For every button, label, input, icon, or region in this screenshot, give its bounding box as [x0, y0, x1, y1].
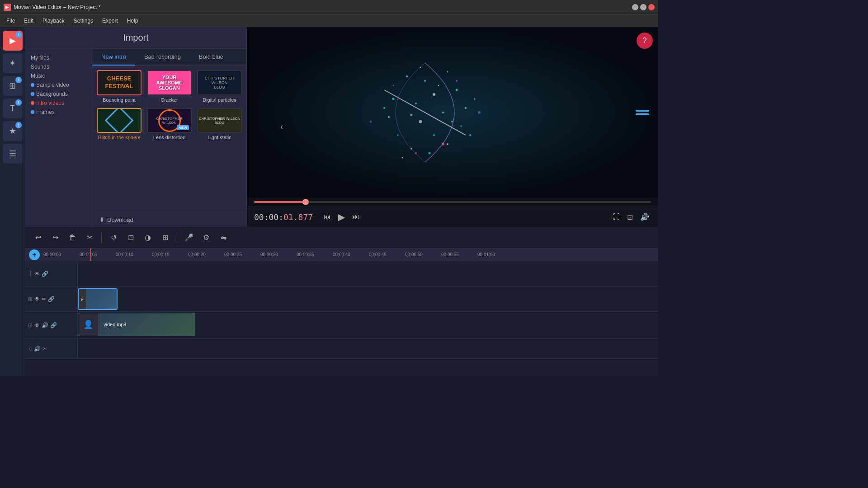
undo-button[interactable]: ↩: [31, 230, 45, 245]
add-track-button[interactable]: +: [29, 249, 40, 260]
top-area: Import My files Sounds Music Sample vide…: [25, 27, 658, 227]
maximize-button[interactable]: [640, 4, 646, 10]
link-icon-main[interactable]: 🔗: [50, 322, 57, 328]
sidebar-item-titles[interactable]: T !: [3, 99, 23, 118]
skip-start-button[interactable]: ⏮: [322, 211, 333, 223]
lightstatic-text: CHRISTOPHER WILSONBLOG: [199, 117, 241, 125]
tree-item-music[interactable]: Music: [29, 71, 88, 80]
tab-bad-recording[interactable]: Bad recording: [135, 49, 190, 66]
svg-point-30: [370, 120, 372, 122]
eye-icon-overlay[interactable]: 👁: [34, 296, 40, 302]
download-button[interactable]: ⬇ Download: [92, 212, 246, 227]
menu-settings[interactable]: Settings: [69, 16, 98, 26]
eye-icon-title[interactable]: 👁: [34, 271, 40, 277]
intro-clip[interactable]: ▶: [78, 288, 118, 310]
volume-button[interactable]: 🔊: [638, 211, 651, 223]
tree-item-myfiles[interactable]: My files: [29, 53, 88, 62]
list-icon: ☰: [9, 149, 16, 159]
close-button[interactable]: [648, 4, 655, 10]
sidebar-item-list[interactable]: ☰: [3, 144, 23, 164]
tick-25: 00:00:25: [224, 252, 260, 257]
tick-0: 00:00:00: [43, 252, 80, 257]
sidebar-item-transitions[interactable]: ⊞ !: [3, 76, 23, 96]
timeline-ruler: + 00:00:00 00:00:05 00:00:10 00:00:15 00…: [25, 249, 658, 261]
skip-end-button[interactable]: ⏭: [350, 211, 361, 223]
tree-item-backgrounds[interactable]: Backgrounds: [29, 89, 88, 99]
progress-thumb[interactable]: [302, 199, 309, 205]
svg-point-19: [383, 107, 385, 109]
file-tree: My files Sounds Music Sample video Backg…: [25, 49, 92, 227]
menu-playback[interactable]: Playback: [38, 16, 69, 26]
grid-item-lens[interactable]: CHRISTOPHERWILSON NEW Lens distortion: [147, 108, 192, 141]
help-button[interactable]: ?: [637, 33, 653, 49]
window-controls: [632, 4, 655, 10]
mute-icon-audio[interactable]: 🔊: [34, 346, 41, 352]
preview-area: ? 00:00:01.877 ⏮ ▶ ⏭: [247, 27, 658, 227]
link-icon-title[interactable]: 🔗: [42, 271, 48, 277]
video-thumb: 👤: [78, 313, 98, 336]
crop-button[interactable]: ⊡: [123, 230, 138, 245]
mic-button[interactable]: 🎤: [182, 230, 196, 245]
redo-button[interactable]: ↪: [48, 230, 62, 245]
particle-sphere: [357, 45, 493, 180]
tick-10: 00:00:10: [116, 252, 152, 257]
tree-item-samplevideo[interactable]: Sample video: [29, 80, 88, 89]
tabs-row: New intro Bad recording Bold blue: [92, 49, 246, 66]
eye-icon-main[interactable]: 👁: [34, 322, 40, 328]
elements-badge: !: [15, 122, 22, 128]
fit-button[interactable]: ⊡: [625, 211, 635, 223]
svg-point-13: [442, 112, 444, 113]
menu-edit[interactable]: Edit: [19, 16, 38, 26]
playback-controls: 00:00:01.877 ⏮ ▶ ⏭ ⛶ ⊡ 🔊: [247, 206, 658, 227]
mute-icon-main[interactable]: 🔊: [42, 322, 48, 328]
label-bouncing-point: Bouncing point: [103, 97, 136, 103]
label-lens: Lens distortion: [153, 135, 186, 140]
rotate-button[interactable]: ↺: [106, 230, 121, 245]
tree-item-sounds[interactable]: Sounds: [29, 62, 88, 71]
tick-50: 00:00:50: [405, 252, 441, 257]
track-icon-audio: ♫: [28, 346, 32, 352]
play-button[interactable]: ▶: [336, 210, 347, 224]
tree-item-frames[interactable]: Frames: [29, 108, 88, 117]
delete-button[interactable]: 🗑: [65, 230, 80, 245]
import-layout: My files Sounds Music Sample video Backg…: [25, 49, 246, 227]
tick-60: 00:01:00: [477, 252, 514, 257]
minimize-button[interactable]: [632, 4, 638, 10]
playhead-line: [90, 249, 91, 261]
sidebar-item-media[interactable]: ▶ !: [3, 31, 23, 51]
color-button[interactable]: ◑: [141, 230, 155, 245]
link-icon-overlay[interactable]: 🔗: [48, 296, 55, 302]
cut-button[interactable]: ✂: [82, 230, 97, 245]
menu-file[interactable]: File: [2, 16, 19, 26]
tick-5: 00:00:05: [80, 252, 116, 257]
fullscreen-button[interactable]: ⛶: [611, 211, 622, 223]
progress-track[interactable]: [254, 201, 651, 203]
sidebar-item-effects[interactable]: ✦: [3, 53, 23, 73]
progress-bar-area[interactable]: [247, 197, 658, 206]
track-icon-title: T: [28, 270, 33, 278]
label-particles: Digital particles: [203, 97, 236, 103]
scissors-icon-audio[interactable]: ✂: [42, 346, 47, 352]
main-video-clip[interactable]: 👤 video.mp4: [78, 313, 195, 336]
edit-icon-overlay[interactable]: ✏: [42, 296, 46, 302]
grid-item-glitch[interactable]: Glitch in the sphere: [97, 108, 142, 141]
zoom-button[interactable]: ⊞: [158, 230, 172, 245]
tab-bold-blue[interactable]: Bold blue: [190, 49, 232, 66]
svg-point-27: [456, 80, 458, 82]
grid-item-bouncing-point[interactable]: CHEESEFESTIVAL Bouncing point: [97, 70, 142, 103]
dot-blue-icon: [31, 83, 34, 87]
menu-export[interactable]: Export: [98, 16, 123, 26]
grid-item-digital-particles[interactable]: CHRISTOPHER WILSONBLOG Digital particles: [197, 70, 242, 103]
help-icon: ?: [643, 37, 647, 45]
tree-item-intro-videos[interactable]: Intro videos: [29, 99, 88, 108]
adjust-button[interactable]: ⇋: [216, 230, 231, 245]
label-glitch: Glitch in the sphere: [98, 135, 141, 140]
tick-35: 00:00:35: [297, 252, 333, 257]
grid-item-cracker[interactable]: YOURAWESOMESLOGAN Cracker: [147, 70, 192, 103]
svg-point-12: [433, 93, 435, 96]
sidebar-item-elements[interactable]: ★ !: [3, 121, 23, 141]
tab-new-intro[interactable]: New intro: [92, 49, 135, 66]
settings-button[interactable]: ⚙: [199, 230, 213, 245]
grid-item-lightstatic[interactable]: CHRISTOPHER WILSONBLOG Light static: [197, 108, 242, 141]
menu-help[interactable]: Help: [123, 16, 143, 26]
